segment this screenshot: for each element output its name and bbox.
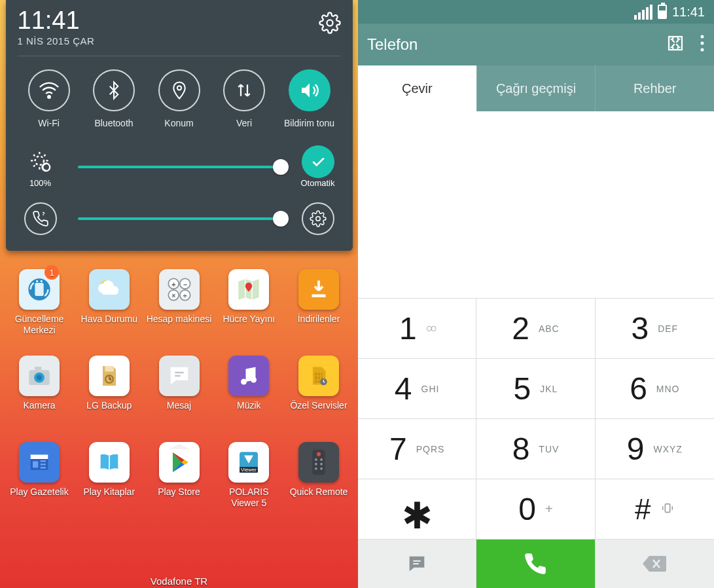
- key-9[interactable]: 9WXYZ: [596, 419, 714, 479]
- clock-time: 11:41: [18, 8, 95, 33]
- svg-text:−: −: [183, 280, 187, 288]
- app-polaris[interactable]: Viewer POLARIS Viewer 5: [216, 442, 281, 509]
- voicemail-icon: ○○: [426, 322, 435, 335]
- wifi-icon: [28, 69, 70, 111]
- svg-point-0: [327, 20, 332, 26]
- message-button[interactable]: [358, 540, 476, 588]
- backup-icon: [89, 356, 130, 396]
- svg-point-3: [35, 156, 43, 165]
- svg-point-38: [315, 458, 317, 461]
- app-news[interactable]: Play Gazetelik: [7, 442, 72, 509]
- svg-point-26: [241, 379, 247, 385]
- app-books[interactable]: Play Kitaplar: [77, 442, 142, 509]
- ringer-slider[interactable]: [78, 217, 281, 220]
- app-weather[interactable]: Hava Durumu: [77, 269, 142, 336]
- key-0[interactable]: 0+: [476, 479, 595, 540]
- key-5[interactable]: 5JKL: [476, 359, 595, 419]
- svg-text:Viewer: Viewer: [241, 467, 257, 473]
- key-3[interactable]: 3DEF: [596, 299, 714, 359]
- ringer-settings-button[interactable]: [302, 202, 334, 235]
- badge: 1: [45, 265, 59, 280]
- clock: 11:41 1 NİS 2015 ÇAR: [18, 8, 95, 46]
- svg-text:+: +: [171, 280, 175, 288]
- app-messages[interactable]: Mesaj: [147, 356, 212, 422]
- app-playstore[interactable]: Play Store: [147, 442, 212, 509]
- qs-wifi[interactable]: Wi-Fi: [19, 69, 79, 128]
- ringer-icon[interactable]: [24, 202, 57, 235]
- backspace-button[interactable]: [596, 540, 714, 588]
- svg-point-8: [36, 280, 38, 282]
- volume-row: [18, 202, 341, 235]
- svg-rect-31: [31, 454, 48, 459]
- app-remote[interactable]: Quick Remote: [286, 442, 351, 509]
- key-7[interactable]: 7PQRS: [358, 419, 476, 479]
- quick-settings-screen: 11:41 1 NİS 2015 ÇAR Wi-Fi Bluetooth: [0, 0, 358, 588]
- svg-rect-7: [35, 283, 43, 296]
- app-camera[interactable]: Kamera: [7, 356, 72, 422]
- minimize-button[interactable]: [666, 33, 685, 56]
- playstore-icon: [159, 442, 200, 483]
- app-music[interactable]: Müzik: [216, 356, 281, 422]
- brightness-slider[interactable]: [78, 166, 281, 168]
- svg-rect-32: [33, 461, 38, 468]
- key-6[interactable]: 6MNO: [596, 359, 714, 419]
- qs-location[interactable]: Konum: [149, 69, 209, 128]
- panel-header: 11:41 1 NİS 2015 ÇAR: [18, 8, 341, 56]
- app-services[interactable]: Özel Servisler: [286, 356, 351, 422]
- status-time: 11:41: [672, 5, 705, 20]
- battery-icon: [658, 5, 667, 19]
- app-calc[interactable]: +−×÷ Hesap makinesi: [147, 269, 212, 336]
- app-maps[interactable]: Hücre Yayını: [216, 269, 281, 336]
- calc-icon: +−×÷: [159, 269, 200, 310]
- dialer-screen: 11:41 Telefon Çevir Çağrı geçmişi Rehber…: [358, 0, 714, 588]
- weather-icon: [89, 269, 130, 310]
- quick-settings-row: Wi-Fi Bluetooth Konum Veri: [18, 69, 341, 128]
- tab-dial[interactable]: Çevir: [358, 65, 476, 111]
- qs-sound[interactable]: Bildirim tonu: [279, 69, 340, 128]
- svg-point-39: [320, 458, 323, 461]
- app-backup[interactable]: LG Backup: [77, 356, 142, 422]
- svg-point-5: [315, 217, 320, 221]
- tab-history[interactable]: Çağrı geçmişi: [476, 65, 596, 111]
- maps-icon: [228, 269, 269, 310]
- svg-point-46: [701, 42, 704, 45]
- news-icon: [19, 442, 60, 483]
- app-downloads[interactable]: İndirilenler: [286, 269, 351, 336]
- svg-point-9: [41, 280, 43, 282]
- svg-point-42: [315, 468, 317, 470]
- svg-point-43: [320, 468, 323, 470]
- home-screen: 1 Güncelleme Merkezi Hava Durumu +−×÷ He…: [0, 251, 358, 509]
- key-4[interactable]: 4GHI: [358, 359, 476, 419]
- key-2[interactable]: 2ABC: [476, 299, 595, 359]
- tab-contacts[interactable]: Rehber: [595, 65, 714, 111]
- key-star[interactable]: ✱: [358, 479, 476, 540]
- keypad: 1○○ 2ABC 3DEF 4GHI 5JKL 6MNO 7PQRS 8TUV …: [358, 298, 714, 540]
- location-icon: [158, 69, 200, 111]
- camera-icon: [19, 356, 60, 396]
- svg-point-2: [177, 86, 181, 90]
- svg-point-41: [320, 463, 323, 466]
- brightness-thumb[interactable]: [273, 159, 289, 175]
- overflow-menu-button[interactable]: [700, 33, 705, 56]
- app-update[interactable]: 1 Güncelleme Merkezi: [7, 269, 72, 336]
- status-bar: 11:41: [358, 0, 714, 24]
- brightness-icon[interactable]: [24, 145, 57, 178]
- call-button[interactable]: [476, 540, 595, 588]
- brightness-auto-toggle[interactable]: [302, 145, 334, 178]
- number-display: [358, 111, 714, 298]
- ringer-thumb[interactable]: [273, 211, 289, 227]
- brightness-row: 100% Otomatik: [18, 145, 341, 188]
- qs-bluetooth[interactable]: Bluetooth: [84, 69, 144, 128]
- settings-button[interactable]: [319, 12, 341, 37]
- key-1[interactable]: 1○○: [358, 299, 476, 359]
- svg-point-23: [37, 375, 42, 380]
- svg-rect-48: [665, 504, 669, 512]
- key-8[interactable]: 8TUV: [476, 419, 595, 479]
- qs-data[interactable]: Veri: [214, 69, 274, 128]
- polaris-icon: Viewer: [228, 442, 269, 483]
- svg-point-45: [701, 35, 704, 39]
- music-icon: [228, 356, 269, 396]
- svg-rect-21: [35, 367, 42, 370]
- key-hash[interactable]: #: [596, 479, 714, 540]
- remote-icon: [298, 442, 339, 483]
